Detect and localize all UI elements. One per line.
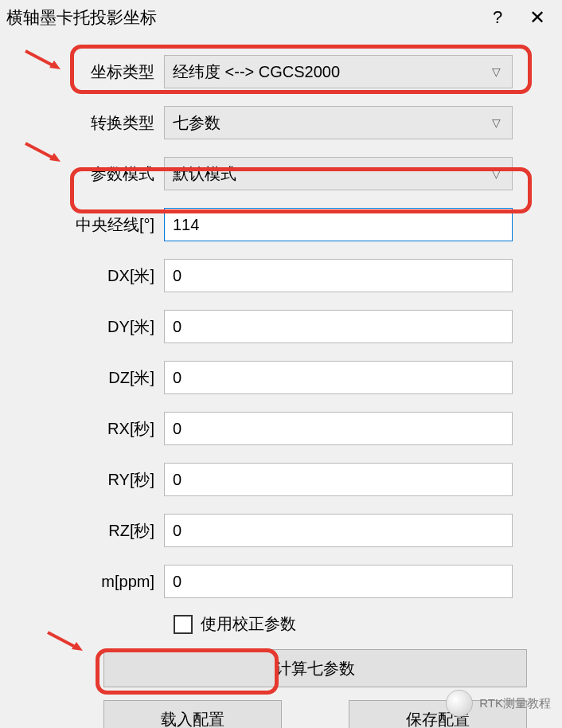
form: 坐标类型 经纬度 <--> CGCS2000 ▽ 转换类型 七参数 ▽ 参数模式… bbox=[0, 35, 562, 728]
chevron-down-icon: ▽ bbox=[492, 167, 501, 180]
dy-label: DY[米] bbox=[0, 316, 164, 338]
param-mode-select[interactable]: 默认模式 ▽ bbox=[164, 157, 513, 190]
rz-label: RZ[秒] bbox=[0, 520, 164, 542]
m-label: m[ppm] bbox=[0, 573, 164, 591]
ry-input[interactable] bbox=[164, 463, 513, 496]
load-config-button[interactable]: 载入配置 bbox=[103, 700, 282, 728]
dz-label: DZ[米] bbox=[0, 367, 164, 389]
close-button[interactable]: ✕ bbox=[517, 0, 557, 35]
central-meridian-label: 中央经线[°] bbox=[0, 214, 164, 236]
param-mode-value: 默认模式 bbox=[173, 163, 236, 185]
rz-input[interactable] bbox=[164, 514, 513, 547]
use-correction-label: 使用校正参数 bbox=[201, 613, 296, 635]
titlebar: 横轴墨卡托投影坐标 ? ✕ bbox=[0, 0, 562, 35]
convert-type-select[interactable]: 七参数 ▽ bbox=[164, 106, 513, 139]
calc-seven-params-button[interactable]: 计算七参数 bbox=[103, 649, 527, 687]
rx-label: RX[秒] bbox=[0, 418, 164, 440]
m-input[interactable] bbox=[164, 565, 513, 598]
coord-type-select[interactable]: 经纬度 <--> CGCS2000 ▽ bbox=[164, 55, 513, 88]
dx-input[interactable] bbox=[164, 259, 513, 292]
coord-type-label: 坐标类型 bbox=[0, 61, 164, 83]
chevron-down-icon: ▽ bbox=[492, 116, 501, 129]
use-correction-checkbox[interactable] bbox=[174, 615, 193, 634]
param-mode-label: 参数模式 bbox=[0, 163, 164, 185]
watermark: RTK测量教程 bbox=[446, 690, 551, 717]
dx-label: DX[米] bbox=[0, 265, 164, 287]
convert-type-label: 转换类型 bbox=[0, 112, 164, 134]
watermark-text: RTK测量教程 bbox=[479, 696, 551, 711]
convert-type-value: 七参数 bbox=[173, 112, 221, 134]
watermark-icon bbox=[446, 690, 473, 717]
ry-label: RY[秒] bbox=[0, 469, 164, 491]
window-title: 横轴墨卡托投影坐标 bbox=[6, 6, 478, 29]
dz-input[interactable] bbox=[164, 361, 513, 394]
coord-type-value: 经纬度 <--> CGCS2000 bbox=[173, 61, 340, 83]
rx-input[interactable] bbox=[164, 412, 513, 445]
chevron-down-icon: ▽ bbox=[492, 65, 501, 78]
help-button[interactable]: ? bbox=[478, 0, 517, 35]
central-meridian-input[interactable] bbox=[164, 208, 513, 241]
dy-input[interactable] bbox=[164, 310, 513, 343]
